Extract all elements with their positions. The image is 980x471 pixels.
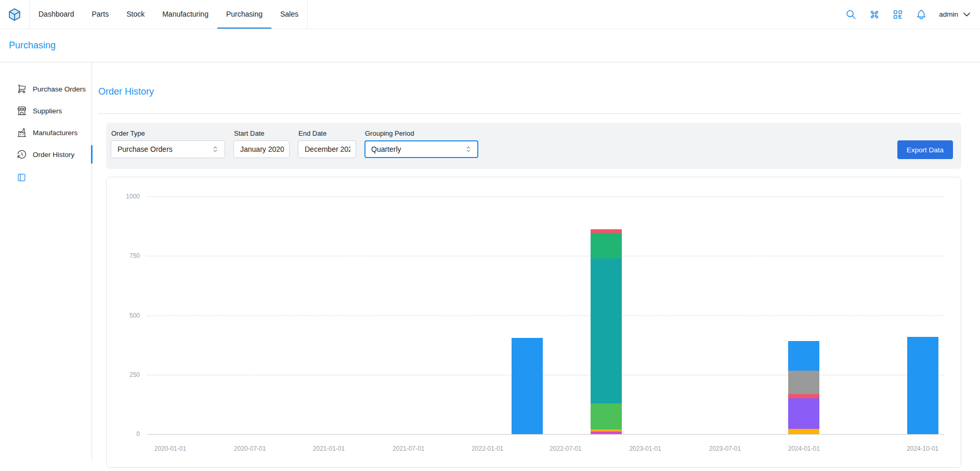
x-axis-tick-label: 2022-07-01: [550, 445, 581, 452]
y-axis-tick-label: 500: [108, 312, 140, 319]
x-axis-tick-label: 2021-07-01: [393, 445, 424, 452]
bar-segment: [788, 371, 819, 395]
nav-tab-purchasing[interactable]: Purchasing: [217, 0, 271, 29]
breadcrumb-page-title[interactable]: Purchasing: [9, 40, 56, 51]
chart-panel: 025050075010002020-01-012020-07-012021-0…: [106, 177, 961, 468]
app-logo-icon[interactable]: [0, 0, 29, 29]
bar-segment: [591, 431, 622, 434]
gridline: [147, 434, 944, 435]
bar-segment: [591, 403, 622, 429]
order-type-field: Order Type Purchase Orders: [111, 129, 225, 158]
x-axis-tick-label: 2022-01-01: [472, 445, 503, 452]
nav-tab-stock[interactable]: Stock: [117, 0, 153, 29]
order-type-label: Order Type: [111, 129, 225, 137]
user-name: admin: [939, 10, 958, 18]
order-history-chart[interactable]: 025050075010002020-01-012020-07-012021-0…: [147, 197, 944, 434]
section-divider: [98, 113, 961, 114]
bell-icon[interactable]: [916, 9, 927, 20]
grouping-period-field: Grouping Period Quarterly: [364, 129, 478, 158]
gridline: [147, 375, 944, 375]
search-icon[interactable]: [845, 9, 857, 20]
sidebar-item-label: Manufacturers: [33, 129, 77, 137]
bar-segment: [788, 398, 819, 429]
stacked-bar-2024-01-01[interactable]: [788, 341, 819, 434]
sidebar-item-label: Purchase Orders: [33, 85, 86, 93]
nav-tab-manufacturing[interactable]: Manufacturing: [153, 0, 217, 29]
start-date-label: Start Date: [233, 129, 290, 137]
bar-segment: [512, 338, 543, 434]
x-axis-tick-label: 2023-01-01: [629, 445, 661, 452]
selector-icon: [464, 145, 473, 153]
sidebar-item-label: Order History: [33, 151, 74, 159]
gridline: [147, 197, 944, 197]
nav-tab-parts[interactable]: Parts: [83, 0, 118, 29]
order-type-value: Purchase Orders: [117, 145, 173, 153]
navbar-actions: admin: [845, 0, 980, 29]
user-menu[interactable]: admin: [939, 9, 972, 19]
bar-segment: [907, 337, 938, 434]
history-icon: [17, 149, 27, 160]
main-nav-tabs: Dashboard Parts Stock Manufacturing Purc…: [29, 0, 308, 29]
export-data-button[interactable]: Export Data: [897, 140, 953, 159]
grouping-period-value: Quarterly: [371, 145, 401, 153]
building-store-icon: [17, 106, 27, 116]
top-navbar: Dashboard Parts Stock Manufacturing Purc…: [0, 0, 980, 29]
chevron-down-icon: [962, 9, 972, 19]
x-axis-tick-label: 2024-10-01: [907, 445, 938, 452]
page-header: Purchasing: [0, 29, 980, 62]
end-date-label: End Date: [298, 129, 356, 137]
x-axis-tick-label: 2023-07-01: [709, 445, 741, 452]
grouping-period-label: Grouping Period: [364, 129, 478, 137]
building-factory-icon: [17, 127, 27, 138]
content-area: Purchase Orders Suppliers: [0, 62, 980, 471]
grouping-period-select[interactable]: Quarterly: [364, 140, 478, 158]
x-axis-tick-label: 2021-01-01: [313, 445, 345, 452]
x-axis-tick-label: 2020-01-01: [154, 445, 186, 452]
sidebar-item-manufacturers[interactable]: Manufacturers: [0, 122, 92, 143]
nav-tab-dashboard[interactable]: Dashboard: [30, 0, 83, 29]
stacked-bar-2024-10-01[interactable]: [907, 337, 938, 434]
y-axis-tick-label: 750: [108, 252, 140, 259]
stacked-bar-2022-10-01[interactable]: [591, 229, 622, 434]
y-axis-tick-label: 1000: [108, 193, 140, 200]
sidebar-item-purchase-orders[interactable]: Purchase Orders: [0, 78, 92, 100]
gridline: [147, 256, 944, 256]
sidebar: Purchase Orders Suppliers: [0, 62, 92, 461]
y-axis-tick-label: 250: [108, 371, 140, 378]
gridline: [147, 316, 944, 316]
bar-segment: [788, 341, 819, 371]
app-window: Dashboard Parts Stock Manufacturing Purc…: [0, 0, 980, 471]
selector-icon: [211, 145, 219, 153]
bar-segment: [591, 233, 622, 258]
bar-segment: [591, 258, 622, 403]
stacked-bar-2022-04-01[interactable]: [512, 338, 543, 434]
end-date-input[interactable]: [298, 140, 356, 158]
shopping-cart-icon: [17, 84, 27, 94]
main-panel: Order History Order Type Purchase Orders: [92, 62, 980, 471]
bar-segment: [788, 394, 819, 398]
bar-segment: [788, 429, 819, 434]
order-type-select[interactable]: Purchase Orders: [111, 140, 225, 158]
x-axis-tick-label: 2024-01-01: [788, 445, 819, 452]
filter-panel: Order Type Purchase Orders Start Date: [106, 123, 961, 169]
nav-tab-sales[interactable]: Sales: [271, 0, 307, 29]
sidebar-item-order-history[interactable]: Order History: [0, 143, 92, 165]
sidebar-item-suppliers[interactable]: Suppliers: [0, 100, 92, 122]
end-date-field: End Date: [298, 129, 356, 158]
sidebar-collapse-icon[interactable]: [17, 173, 27, 182]
y-axis-tick-label: 0: [108, 430, 140, 438]
start-date-input[interactable]: [233, 140, 290, 158]
x-axis-tick-label: 2020-07-01: [234, 445, 266, 452]
sidebar-item-label: Suppliers: [33, 107, 62, 115]
qrcode-icon[interactable]: [892, 9, 904, 20]
command-icon[interactable]: [869, 9, 880, 20]
start-date-field: Start Date: [233, 129, 290, 158]
section-title: Order History: [98, 86, 154, 97]
